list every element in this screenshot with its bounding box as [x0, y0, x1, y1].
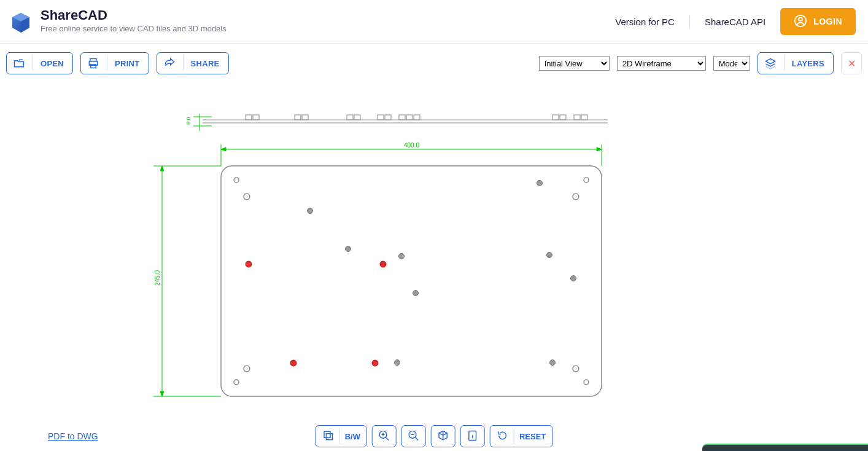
toolbar: OPEN PRINT SHARE Initial View 2D Wirefra…: [0, 44, 868, 83]
sharecad-logo-icon: [9, 10, 33, 35]
svg-point-41: [346, 246, 351, 252]
svg-rect-20: [574, 115, 580, 120]
login-label: LOGIN: [813, 17, 842, 26]
svg-point-37: [573, 194, 579, 200]
top-dim-label: 8.0: [185, 117, 192, 125]
close-icon: ✕: [848, 58, 856, 69]
user-icon: [794, 14, 807, 29]
layers-icon: [764, 57, 777, 69]
svg-rect-12: [354, 115, 360, 120]
svg-point-44: [395, 360, 400, 366]
svg-point-50: [380, 261, 386, 267]
bw-label: B/W: [345, 432, 360, 441]
svg-point-39: [244, 366, 250, 372]
svg-point-51: [290, 360, 296, 366]
svg-rect-17: [414, 115, 420, 120]
cube-icon: [437, 429, 449, 444]
svg-point-52: [372, 360, 378, 366]
cad-viewport[interactable]: 8.0 400.0 245.0: [0, 83, 868, 422]
svg-rect-16: [406, 115, 413, 120]
open-button[interactable]: OPEN: [6, 52, 73, 74]
svg-point-42: [399, 254, 405, 259]
info-button[interactable]: [460, 425, 485, 447]
bw-toggle-button[interactable]: B/W: [316, 425, 367, 447]
space-select[interactable]: Model: [713, 56, 750, 71]
login-button[interactable]: LOGIN: [780, 8, 856, 35]
svg-point-36: [244, 194, 250, 200]
share-arrow-icon: [163, 57, 176, 69]
layers-button[interactable]: LAYERS: [758, 52, 834, 74]
svg-point-33: [584, 178, 589, 182]
svg-line-60: [415, 437, 418, 440]
cad-drawing: 8.0 400.0 245.0: [153, 114, 608, 427]
svg-point-35: [584, 380, 589, 385]
svg-point-47: [550, 360, 556, 366]
orbit-button[interactable]: [431, 425, 455, 447]
svg-point-38: [573, 366, 579, 372]
reset-label: RESET: [519, 432, 546, 441]
bw-icon: [322, 429, 335, 444]
brand-title: ShareCAD: [41, 8, 227, 23]
zoom-in-icon: [378, 429, 390, 444]
pdf-to-dwg-link[interactable]: PDF to DWG: [48, 431, 98, 441]
svg-point-48: [537, 181, 543, 186]
svg-rect-54: [326, 433, 332, 439]
svg-rect-25: [221, 166, 602, 396]
info-icon: [467, 429, 479, 444]
svg-rect-8: [253, 115, 259, 120]
open-label: OPEN: [41, 59, 64, 68]
svg-rect-7: [246, 115, 252, 120]
svg-rect-21: [581, 115, 587, 120]
close-button[interactable]: ✕: [841, 52, 862, 74]
separator: [689, 15, 690, 28]
header: ShareCAD Free online service to view CAD…: [0, 0, 868, 44]
svg-point-1: [799, 17, 802, 21]
svg-rect-13: [378, 115, 384, 120]
svg-rect-14: [385, 115, 391, 120]
view-select[interactable]: Initial View: [539, 56, 610, 71]
svg-line-56: [386, 437, 389, 440]
svg-rect-10: [302, 115, 308, 120]
version-pc-link[interactable]: Version for PC: [615, 17, 675, 27]
svg-point-49: [246, 261, 252, 267]
svg-rect-18: [552, 115, 559, 120]
share-label: SHARE: [191, 59, 220, 68]
svg-point-43: [413, 291, 419, 296]
layers-label: LAYERS: [792, 59, 824, 68]
svg-rect-4: [91, 65, 96, 68]
width-dim-label: 400.0: [404, 142, 419, 149]
svg-point-40: [308, 208, 313, 214]
printer-icon: [87, 57, 99, 69]
print-button[interactable]: PRINT: [80, 52, 149, 74]
reset-icon: [497, 429, 509, 444]
brand-block: ShareCAD Free online service to view CAD…: [9, 8, 227, 35]
svg-point-32: [234, 178, 239, 182]
brand-subtitle: Free online service to view CAD files an…: [41, 24, 227, 34]
visual-style-select[interactable]: 2D Wireframe: [617, 56, 706, 71]
svg-rect-11: [347, 115, 353, 120]
svg-rect-53: [324, 431, 330, 437]
reset-button[interactable]: RESET: [490, 425, 552, 447]
height-dim-label: 245.0: [154, 270, 161, 286]
svg-point-46: [571, 276, 576, 281]
chat-widget[interactable]: [702, 444, 868, 451]
svg-rect-15: [399, 115, 405, 120]
share-button[interactable]: SHARE: [157, 52, 229, 74]
folder-open-icon: [13, 57, 25, 69]
print-label: PRINT: [115, 59, 140, 68]
svg-rect-19: [560, 115, 566, 120]
svg-rect-9: [295, 115, 301, 120]
svg-point-45: [547, 253, 552, 258]
zoom-out-icon: [408, 429, 420, 444]
bottom-bar: PDF to DWG B/W RESET: [0, 422, 868, 451]
svg-point-34: [234, 380, 239, 385]
zoom-out-button[interactable]: [401, 425, 426, 447]
api-link[interactable]: ShareCAD API: [705, 17, 765, 27]
zoom-in-button[interactable]: [372, 425, 397, 447]
